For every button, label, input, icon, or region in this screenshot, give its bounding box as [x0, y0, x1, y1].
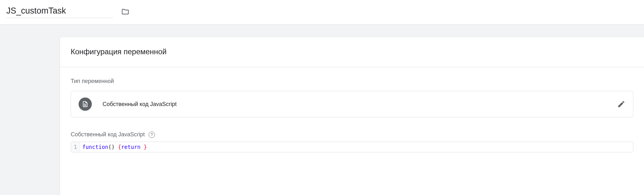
pencil-icon[interactable]: [617, 100, 625, 108]
code-token-brace-open: {: [118, 144, 121, 150]
line-number-gutter: 1: [71, 142, 80, 152]
header-bar: [0, 0, 644, 25]
document-icon: [79, 98, 92, 111]
code-label-row: Собственный код JavaScript ?: [71, 131, 633, 138]
variable-type-name: Собственный код JavaScript: [103, 101, 617, 108]
folder-icon[interactable]: [121, 8, 129, 16]
code-token-brace-close: }: [144, 144, 147, 150]
config-card: Конфигурация переменной Тип переменной С…: [60, 37, 644, 195]
divider: [60, 67, 644, 67]
line-number: 1: [74, 143, 77, 151]
card-title: Конфигурация переменной: [71, 47, 633, 56]
variable-type-row[interactable]: Собственный код JavaScript: [71, 91, 633, 117]
main-area: Конфигурация переменной Тип переменной С…: [0, 25, 644, 195]
type-section-label: Тип переменной: [71, 78, 633, 85]
code-editor[interactable]: 1 function() {return }: [71, 142, 633, 152]
code-section-label: Собственный код JavaScript: [71, 131, 145, 138]
code-content[interactable]: function() {return }: [80, 142, 150, 152]
code-token-paren: (): [108, 144, 115, 150]
code-token-function: function: [82, 144, 108, 150]
help-icon[interactable]: ?: [149, 132, 155, 138]
code-token-return: return: [121, 144, 140, 150]
variable-name-input[interactable]: [6, 5, 113, 18]
